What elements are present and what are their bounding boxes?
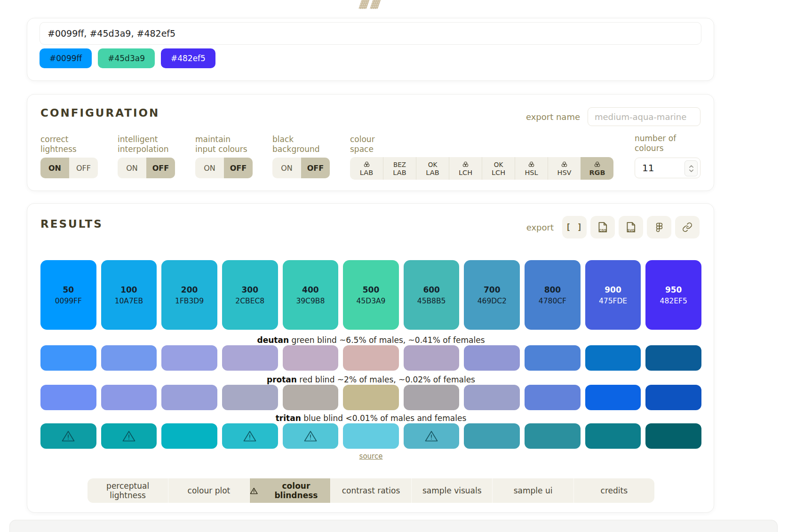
deutan-swatch[interactable] [343, 345, 399, 371]
colour-space-bez-lab[interactable]: BEZLAB [383, 157, 416, 180]
number-of-colours-input[interactable] [635, 158, 689, 178]
colour-chip-45d3a9[interactable]: #45d3a9 [98, 48, 155, 68]
colour-space-rgb[interactable]: RGB [581, 157, 613, 180]
link-icon [682, 222, 692, 232]
deutan-swatch[interactable] [645, 345, 701, 371]
json-brackets-export-button[interactable]: [ ] [562, 216, 587, 238]
tritan-swatch[interactable] [343, 423, 399, 449]
toggle-option-on[interactable]: ON [195, 158, 224, 178]
toggle-option-on[interactable]: ON [118, 158, 146, 178]
deutan-swatch[interactable] [161, 345, 217, 371]
toggle-intelligent-interpolation[interactable]: ONOFF [118, 158, 175, 178]
deutan-swatch[interactable] [464, 345, 520, 371]
protan-swatch[interactable] [283, 385, 339, 410]
deutan-swatch[interactable] [101, 345, 157, 371]
tritan-swatch[interactable] [161, 423, 217, 449]
toggle-option-on[interactable]: ON [272, 158, 301, 178]
protan-swatch[interactable] [585, 385, 641, 410]
scale-swatch-800[interactable]: 8004780CF [525, 260, 581, 330]
app-logo[interactable] [361, 0, 380, 9]
deutan-swatch[interactable] [525, 345, 581, 371]
figma-export-button[interactable] [647, 216, 671, 238]
deutan-swatch[interactable] [40, 345, 96, 371]
tab-sample-visuals[interactable]: sample visuals [411, 478, 492, 503]
tritan-swatch[interactable] [585, 423, 641, 449]
scale-swatch-100[interactable]: 10010A7EB [101, 260, 157, 330]
css-file-icon: CSS [596, 221, 609, 234]
protan-swatch[interactable] [40, 385, 96, 410]
protan-swatch[interactable] [645, 385, 701, 410]
scale-swatch-400[interactable]: 40039C9B8 [283, 260, 339, 330]
toggle-black-background[interactable]: ONOFF [272, 158, 330, 178]
warning-icon [243, 430, 257, 442]
colour-channels-icon [462, 161, 469, 168]
scale-swatch-700[interactable]: 700469DC2 [464, 260, 520, 330]
tritan-swatch[interactable] [525, 423, 581, 449]
toggle-option-off[interactable]: OFF [69, 158, 98, 178]
tab-contrast-ratios[interactable]: contrast ratios [330, 478, 411, 503]
svg-file-icon: SVG [624, 221, 637, 234]
colour-chip-0099ff[interactable]: #0099ff [40, 48, 92, 68]
tab-label: perceptual lightness [88, 481, 168, 500]
colour-space-lab[interactable]: LAB [350, 157, 383, 180]
scale-swatch-50[interactable]: 500099FF [40, 260, 96, 330]
tab-perceptual-lightness[interactable]: perceptual lightness [88, 478, 168, 503]
tritan-swatch[interactable] [40, 423, 96, 449]
colour-space-hsl[interactable]: HSL [515, 157, 548, 180]
deutan-swatch[interactable] [585, 345, 641, 371]
tritan-swatch[interactable] [101, 423, 157, 449]
scale-swatch-950[interactable]: 950482EF5 [645, 260, 701, 330]
toggle-correct-lightness[interactable]: ONOFF [40, 158, 98, 178]
toggle-option-off[interactable]: OFF [146, 158, 175, 178]
toggle-label: intelligent interpolation [118, 135, 174, 154]
protan-swatch[interactable] [161, 385, 217, 410]
toggle-option-off[interactable]: OFF [301, 158, 330, 178]
protan-swatch[interactable] [464, 385, 520, 410]
protan-swatch[interactable] [222, 385, 278, 410]
toggle-option-off[interactable]: OFF [224, 158, 253, 178]
tritan-swatch[interactable] [283, 423, 339, 449]
deutan-swatch[interactable] [404, 345, 460, 371]
deutan-swatch[interactable] [222, 345, 278, 371]
colour-space-ok-lch[interactable]: OKLCH [482, 157, 515, 180]
number-stepper-icon[interactable] [685, 160, 698, 176]
protan-swatch[interactable] [101, 385, 157, 410]
palette-hex-input[interactable] [40, 22, 701, 45]
scale-swatch-500[interactable]: 50045D3A9 [343, 260, 399, 330]
protan-swatch[interactable] [343, 385, 399, 410]
tab-credits[interactable]: credits [573, 478, 654, 503]
scale-swatch-200[interactable]: 2001FB3D9 [161, 260, 217, 330]
tab-label: contrast ratios [342, 486, 400, 495]
scale-swatch-600[interactable]: 60045B8B5 [404, 260, 460, 330]
css-file-export-button[interactable]: CSS [590, 216, 615, 238]
colour-channels-icon [594, 161, 601, 168]
export-name-input[interactable] [588, 107, 700, 126]
tritan-swatch[interactable] [645, 423, 701, 449]
colour-space-ok-lab[interactable]: OKLAB [416, 157, 449, 180]
tritan-swatch[interactable] [464, 423, 520, 449]
tab-colour-blindness[interactable]: colour blindness [249, 478, 330, 503]
colour-space-option-label: LAB [360, 169, 373, 176]
svg-text:SVG: SVG [627, 228, 635, 232]
colour-channels-icon [561, 161, 568, 168]
toggle-maintain-input-colours[interactable]: ONOFF [195, 158, 253, 178]
colour-space-option-label: LAB [426, 169, 439, 176]
toggle-option-on[interactable]: ON [40, 158, 69, 178]
scale-swatch-900[interactable]: 900475FDE [585, 260, 641, 330]
colour-chip-482ef5[interactable]: #482ef5 [161, 48, 215, 68]
tab-sample-ui[interactable]: sample ui [492, 478, 573, 503]
svg-file-export-button[interactable]: SVG [619, 216, 643, 238]
source-link[interactable]: source [359, 452, 383, 461]
tritan-swatch[interactable] [222, 423, 278, 449]
scale-swatch-300[interactable]: 3002CBEC8 [222, 260, 278, 330]
share-link-export-button[interactable] [675, 216, 700, 238]
colour-space-lch[interactable]: LCH [449, 157, 482, 180]
protan-swatch[interactable] [404, 385, 460, 410]
protan-row [40, 385, 701, 410]
protan-swatch[interactable] [525, 385, 581, 410]
tritan-swatch[interactable] [404, 423, 460, 449]
tab-colour-plot[interactable]: colour plot [168, 478, 249, 503]
deutan-swatch[interactable] [283, 345, 339, 371]
swatch-hex: 39C9B8 [296, 297, 325, 305]
colour-space-hsv[interactable]: HSV [548, 157, 581, 180]
